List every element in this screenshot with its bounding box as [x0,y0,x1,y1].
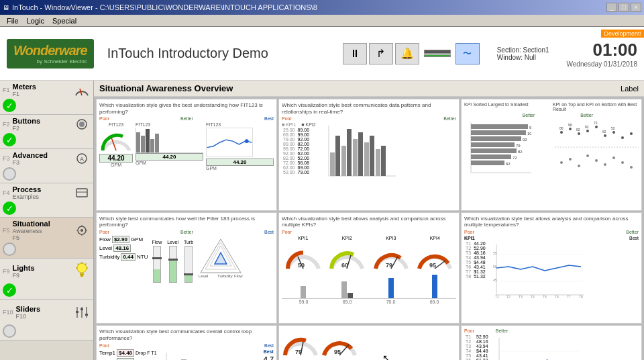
slider-level: Level [167,240,178,283]
advanced-check [3,167,91,181]
bar-kpi1 [301,286,306,298]
menu-file[interactable]: File [3,17,23,25]
kpi3-bottom-gauge: 79 [282,328,319,359]
svg-text:Level: Level [199,274,208,278]
sidebar-item-process[interactable]: F4 Process Examples ✓ [0,183,93,218]
svg-text:T7: T7 [567,295,571,298]
title-bar-buttons[interactable]: _ □ × [606,3,641,12]
menu-special[interactable]: Special [48,17,80,25]
kpi4-gauge-svg: 95 [416,242,453,271]
maximize-button[interactable]: □ [619,3,629,12]
temp1-drop: Drop F [136,351,150,355]
svg-rect-33 [341,146,346,176]
process-label: Process [13,185,70,193]
svg-text:99: 99 [568,123,572,127]
sidebar-item-meters[interactable]: F1 Meters F1 ✓ [0,81,93,115]
pause-button[interactable]: ⏸ [343,43,367,64]
svg-text:50: 50 [298,262,305,269]
bar-kpi2 [341,281,347,298]
menu-logic[interactable]: Logic [23,17,48,25]
panel9-table: T152.90 T248.16 T343.94 T4$4.48 T543.41 … [464,334,490,360]
panel1-content: FIT123 44.20 GPM FIT123 [99,122,274,171]
panel4-triangle-svg: Turbidity Level Flow [197,236,244,279]
kpi3-gauge-svg: 79 [372,242,410,271]
svg-point-59 [569,128,572,130]
svg-rect-40 [381,146,386,176]
slider-flow-bar [153,246,161,283]
panel-kpi-sorted: KPI Sorted Largest to Smallest KPI on To… [461,99,642,211]
slider-flow-handle [152,257,162,259]
svg-point-60 [578,132,580,135]
close-button[interactable]: × [631,3,641,12]
panel7-chart-svg: T1 T2 T3 T4 T5 [160,349,227,360]
panel9-poor: Poor [464,328,474,333]
label-tag: Label [621,85,639,93]
menu-bar: File Logic Special Development! [0,15,644,27]
panel6-kpi-label: KPI1 [464,236,487,240]
logo-area: Wonderware by Schneider Electric [7,39,94,69]
svg-rect-55 [471,161,504,165]
svg-text:95: 95 [334,349,341,355]
panel6-poor: Poor [464,230,474,234]
slider-level-bar [169,246,177,283]
kpi3-gauge: 79 [370,242,413,273]
svg-point-67 [560,161,563,164]
minimize-button[interactable]: _ [606,3,617,12]
panel-temp-analysis: Poor Better T152.90 T248.16 T343.94 T4$4… [461,325,642,360]
bell-button[interactable]: 🔔 [395,43,419,64]
slider-level-fill [170,261,176,282]
panel5-bar-group3 [370,278,413,298]
app-title: InTouch Introductory Demo [101,46,336,61]
panel2-title: Which visualization style best communica… [282,102,456,115]
title-bar-text: InTouch - WindowViewer - C:\USERS\PUBLIC… [12,3,317,11]
panel7-poor: Poor [99,343,109,348]
table-row: 69.0099.00 [282,132,311,137]
panel4-triangle: Turbidity Level Flow [197,236,274,281]
trend-button[interactable]: 〜 [455,43,480,64]
label-690: 69.0 [325,300,369,304]
title-bar: 🖥 InTouch - WindowViewer - C:\USERS\PUBL… [0,0,644,15]
sidebar-item-lights[interactable]: F9 Lights F9 ✓ [0,259,93,300]
flow-row: Flow $2.90 GPM [99,236,148,243]
sliders-check [3,324,91,338]
panel7-best: Best 4.7 1.4 [264,349,274,360]
fit123-trend-svg [206,128,253,157]
svg-rect-38 [370,136,374,176]
step-button[interactable]: ↱ [369,43,393,64]
panel3-left-chart: 99 103 92 79 82 72 62 [464,119,549,177]
kpi4-label: KPI4 [414,236,457,240]
svg-line-18 [78,264,79,265]
sidebar-item-advanced[interactable]: F3 Advanced F3 A [0,149,93,183]
temp1-value: $4.48 [117,349,134,357]
svg-text:52: 52 [611,126,615,130]
panel1-gauge-area: FIT123 44.20 GPM [99,122,133,167]
svg-text:99: 99 [529,126,531,130]
meters-label: Meters [13,83,70,91]
panel4-content: Flow $2.90 GPM Level 48.16 Turbidity 0.4… [99,236,274,283]
svg-point-68 [569,158,572,161]
level-value: 48.16 [113,244,131,252]
kpi4-gauge: 95 [414,242,457,273]
sidebar-item-sliders[interactable]: F10 Sliders F10 [0,300,93,341]
left-sidebar: F1 Meters F1 ✓ F2 Buttons F2 [0,81,94,360]
turbidity-row: Turbidity 0.44 NTU [99,253,148,261]
panel4-quality: Poor Better Best [99,230,274,234]
svg-text:62: 62 [602,130,606,134]
sidebar-item-situational[interactable]: F5 Situational Awareness F5 [0,218,93,259]
signal-bar2 [424,54,451,57]
slider-flow: Flow [152,240,162,283]
svg-line-96 [435,261,445,269]
svg-point-63 [604,134,606,137]
process-check-icon: ✓ [3,201,16,215]
content-area: Situational Awareness Overview Label Whi… [94,81,644,360]
svg-text:95: 95 [429,262,436,269]
svg-text:T2: T2 [506,295,511,298]
meters-sub: F1 [13,91,70,97]
panel1-bars: FIT123 44.20 GPM [136,122,203,165]
panel9-trend: T1 T2 T3 T4 T5 T6 T7 T8 T9 T10 [492,334,639,360]
bar3 [146,129,150,152]
panel3-title-right: KPI on Top and KPI on Bottom with Best R… [553,102,639,111]
table-row: T343.94 [464,344,490,349]
svg-point-70 [586,154,589,157]
sidebar-item-buttons[interactable]: F2 Buttons F2 ✓ [0,115,93,149]
